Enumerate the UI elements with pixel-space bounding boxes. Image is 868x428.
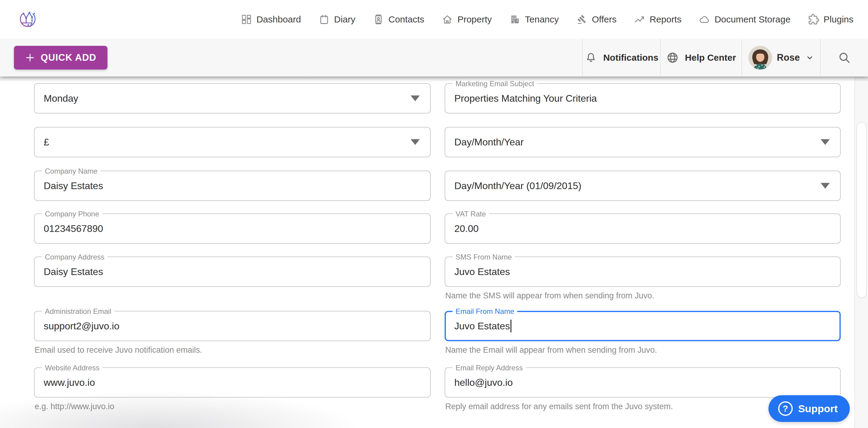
quick-add-label: QUICK ADD bbox=[41, 52, 96, 63]
vat-rate-input[interactable] bbox=[454, 223, 831, 234]
email-from-label: Email From Name bbox=[453, 307, 517, 315]
company-phone-field: Company Phone bbox=[34, 213, 431, 244]
email-from-field[interactable]: Email From Name Juvo Estates bbox=[445, 311, 841, 341]
date-format-long-cell: Day/Month/Year (01/09/2015) bbox=[445, 171, 841, 201]
nav-label: Document Storage bbox=[714, 14, 790, 25]
user-menu[interactable]: Rose bbox=[741, 39, 820, 77]
date-format-cell: Day/Month/Year bbox=[445, 127, 841, 157]
company-name-cell: Company Name bbox=[34, 171, 431, 201]
sms-from-helper: Name the SMS will appear from when sendi… bbox=[445, 291, 654, 301]
dropdown-caret-icon bbox=[411, 139, 420, 145]
vat-rate-field: VAT Rate bbox=[445, 213, 841, 244]
company-address-input[interactable] bbox=[44, 266, 421, 277]
nav-label: Tenancy bbox=[525, 14, 559, 25]
nav-label: Diary bbox=[334, 14, 355, 25]
nav-item-tenancy[interactable]: Tenancy bbox=[509, 14, 559, 25]
globe-icon bbox=[666, 51, 679, 64]
user-name: Rose bbox=[777, 52, 800, 63]
nav-item-diary[interactable]: Diary bbox=[319, 14, 355, 25]
currency-cell: £ bbox=[34, 127, 431, 157]
nav-label: Reports bbox=[649, 14, 681, 25]
company-name-label: Company Name bbox=[42, 167, 100, 175]
admin-email-cell: Administration Email Email used to recei… bbox=[34, 311, 431, 341]
email-reply-helper: Reply email address for any emails sent … bbox=[445, 402, 673, 411]
nav-label: Dashboard bbox=[256, 14, 301, 25]
nav-item-offers[interactable]: Offers bbox=[576, 14, 616, 25]
bell-icon bbox=[585, 51, 597, 64]
calendar-icon bbox=[319, 14, 330, 25]
nav-item-contacts[interactable]: Contacts bbox=[373, 14, 424, 25]
scrollbar-thumb[interactable] bbox=[857, 122, 867, 298]
notifications-label: Notifications bbox=[603, 53, 659, 63]
email-reply-cell: Email Reply Address Reply email address … bbox=[445, 367, 841, 398]
first-day-cell: Monday bbox=[34, 83, 431, 114]
quick-add-button[interactable]: QUICK ADD bbox=[14, 46, 107, 69]
avatar bbox=[748, 46, 772, 69]
currency-select[interactable]: £ bbox=[34, 127, 431, 157]
trending-up-icon bbox=[634, 14, 645, 25]
company-name-input[interactable] bbox=[44, 180, 421, 191]
app-window: Dashboard Diary Contacts Property Tenanc… bbox=[0, 0, 868, 428]
help-center-button[interactable]: Help Center bbox=[660, 39, 741, 77]
website-field: Website Address bbox=[34, 367, 431, 398]
notifications-button[interactable]: Notifications bbox=[582, 39, 660, 77]
gavel-icon bbox=[576, 14, 587, 25]
date-format-select[interactable]: Day/Month/Year bbox=[445, 127, 841, 157]
toolbar: QUICK ADD Notifications Help Center bbox=[0, 39, 868, 77]
puzzle-icon bbox=[808, 14, 819, 25]
company-name-field: Company Name bbox=[34, 171, 431, 201]
toolbar-right: Notifications Help Center Ros bbox=[582, 39, 868, 77]
nav-item-plugins[interactable]: Plugins bbox=[808, 14, 854, 25]
question-mark-icon: ? bbox=[778, 401, 793, 416]
support-label: Support bbox=[798, 403, 838, 415]
search-button[interactable] bbox=[820, 39, 868, 77]
company-phone-label: Company Phone bbox=[42, 210, 102, 218]
support-button[interactable]: ? Support bbox=[769, 395, 850, 422]
sms-from-input[interactable] bbox=[454, 266, 831, 277]
building-icon bbox=[509, 14, 521, 25]
dropdown-caret-icon bbox=[820, 139, 830, 145]
email-reply-input[interactable] bbox=[454, 377, 831, 388]
date-format-long-select[interactable]: Day/Month/Year (01/09/2015) bbox=[445, 171, 841, 201]
website-helper: e.g. http://www.juvo.io bbox=[35, 402, 115, 411]
nav-label: Contacts bbox=[389, 14, 424, 25]
nav-item-reports[interactable]: Reports bbox=[634, 14, 681, 25]
cloud-icon bbox=[699, 14, 710, 25]
sms-from-cell: SMS From Name Name the SMS will appear f… bbox=[445, 256, 841, 287]
first-day-value: Monday bbox=[44, 93, 78, 104]
currency-value: £ bbox=[44, 136, 49, 148]
chevron-down-icon bbox=[806, 54, 814, 62]
company-phone-input[interactable] bbox=[44, 223, 421, 234]
website-input[interactable] bbox=[44, 377, 421, 388]
marketing-subject-input[interactable] bbox=[454, 93, 831, 104]
email-reply-field: Email Reply Address bbox=[445, 367, 841, 398]
settings-form: Monday Marketing Email Subject £ bbox=[0, 77, 868, 428]
nav-label: Property bbox=[457, 14, 492, 25]
company-address-label: Company Address bbox=[42, 253, 107, 261]
dropdown-caret-icon bbox=[411, 96, 420, 101]
nav-item-document-storage[interactable]: Document Storage bbox=[699, 14, 790, 25]
admin-email-input[interactable] bbox=[44, 320, 421, 332]
top-nav: Dashboard Diary Contacts Property Tenanc… bbox=[0, 0, 868, 39]
plus-icon bbox=[25, 53, 35, 63]
website-label: Website Address bbox=[42, 364, 102, 372]
text-cursor bbox=[510, 319, 512, 332]
search-icon bbox=[838, 51, 851, 64]
date-format-value: Day/Month/Year bbox=[454, 136, 524, 148]
email-reply-label: Email Reply Address bbox=[453, 364, 526, 372]
company-address-cell: Company Address bbox=[34, 256, 431, 287]
company-address-field: Company Address bbox=[34, 256, 431, 287]
first-day-select[interactable]: Monday bbox=[34, 83, 431, 114]
nav-label: Offers bbox=[592, 14, 616, 25]
contact-card-icon bbox=[373, 14, 384, 25]
scrollbar-track[interactable] bbox=[854, 77, 868, 428]
sms-from-label: SMS From Name bbox=[453, 253, 515, 261]
nav-item-property[interactable]: Property bbox=[442, 14, 492, 25]
nav-item-dashboard[interactable]: Dashboard bbox=[241, 14, 301, 25]
admin-email-helper: Email used to receive Juvo notification … bbox=[35, 345, 202, 355]
company-phone-cell: Company Phone bbox=[34, 213, 431, 244]
vat-rate-label: VAT Rate bbox=[453, 210, 489, 218]
email-from-helper: Name the Email will appear from when sen… bbox=[445, 345, 657, 355]
juvo-logo-icon[interactable] bbox=[18, 10, 37, 29]
email-from-cell: Email From Name Juvo Estates Name the Em… bbox=[445, 311, 841, 341]
